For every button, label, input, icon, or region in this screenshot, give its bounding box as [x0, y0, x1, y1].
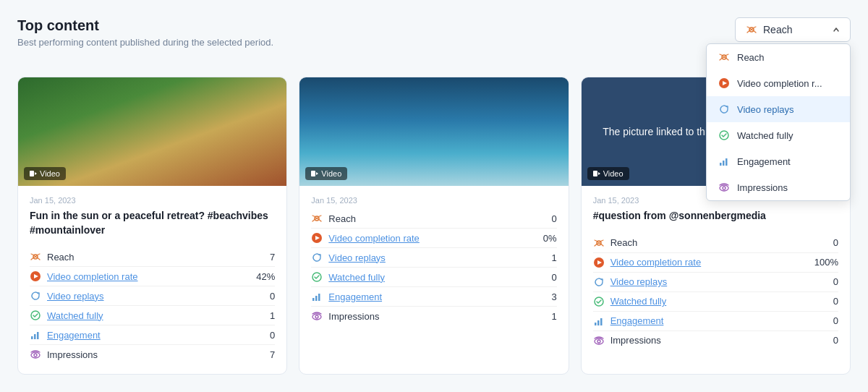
video-badge: Video	[587, 167, 629, 180]
metric-dropdown-button[interactable]: Reach	[735, 17, 851, 42]
svg-rect-29	[318, 294, 320, 301]
metric-dropdown-menu: ReachVideo completion r...Video replaysW…	[706, 43, 851, 201]
metric-label-engagement[interactable]: Engagement	[610, 315, 664, 326]
metric-left: Video replays	[593, 276, 668, 288]
svg-rect-18	[37, 332, 39, 339]
svg-rect-40	[600, 318, 603, 325]
metric-row-engagement: Engagement 3	[311, 287, 556, 307]
metric-value-video_replays: 1	[551, 252, 556, 263]
svg-point-41	[595, 338, 603, 344]
dropdown-item-label: Impressions	[737, 182, 788, 193]
metric-label-video_completion[interactable]: Video completion rate	[328, 233, 420, 244]
dropdown-item-label: Engagement	[737, 156, 791, 167]
metric-label-watched_fully[interactable]: Watched fully	[47, 310, 103, 321]
metric-value-engagement: 3	[551, 291, 556, 302]
svg-rect-27	[312, 298, 315, 301]
metric-value-reach: 7	[270, 252, 275, 263]
dropdown-item-video_completion[interactable]: Video completion r...	[707, 70, 850, 96]
metric-row-video_replays: Video replays 0	[593, 273, 838, 292]
metric-left: Impressions	[311, 310, 379, 322]
metric-value-video_completion: 0%	[543, 233, 557, 244]
metric-value-engagement: 0	[833, 315, 838, 326]
metric-left: Video replays	[30, 290, 104, 302]
svg-rect-16	[31, 336, 33, 339]
svg-rect-5	[720, 163, 722, 166]
metric-label-engagement[interactable]: Engagement	[47, 330, 101, 341]
video-badge: Video	[24, 167, 66, 180]
section-header: Top content Best performing content publ…	[17, 17, 273, 62]
svg-point-20	[34, 354, 37, 357]
metric-value-video_replays: 0	[270, 291, 275, 302]
svg-rect-6	[723, 161, 725, 166]
metric-left: Engagement	[593, 315, 664, 327]
metrics-list: Reach 7 Video completion rate 42% Video …	[30, 247, 275, 364]
dropdown-item-reach[interactable]: Reach	[707, 44, 850, 70]
reach-icon-button	[746, 24, 757, 35]
metric-value-reach: 0	[833, 237, 838, 248]
metric-label-video_completion[interactable]: Video completion rate	[47, 271, 138, 282]
metrics-list: Reach 0 Video completion rate 0% Video r…	[311, 209, 556, 325]
svg-marker-11	[35, 172, 37, 175]
metric-label-video_completion[interactable]: Video completion rate	[610, 257, 702, 268]
metric-label-watched_fully[interactable]: Watched fully	[610, 296, 667, 307]
section-title: Top content	[17, 17, 273, 34]
metric-left: Impressions	[593, 335, 661, 346]
metric-row-impressions: Impressions 0	[593, 331, 838, 350]
metric-row-video_replays: Video replays 1	[311, 248, 556, 268]
metric-label-impressions: Impressions	[328, 311, 379, 322]
metric-label-watched_fully[interactable]: Watched fully	[328, 272, 385, 283]
card-image-wrapper: Video	[18, 77, 286, 186]
dropdown-item-watched_fully[interactable]: Watched fully	[707, 122, 850, 148]
metric-left: Reach	[593, 237, 638, 249]
chevron-up-icon	[833, 26, 840, 33]
card-date: Jan 15, 2023	[30, 196, 275, 205]
metric-row-watched_fully: Watched fully 1	[30, 306, 275, 325]
metric-left: Engagement	[30, 329, 101, 341]
svg-point-8	[720, 185, 728, 191]
svg-marker-33	[598, 172, 600, 175]
card-title: #question from @sonnenbergmedia	[593, 209, 838, 223]
metric-dropdown-container: Reach ReachVideo completion r...Video re…	[735, 17, 851, 42]
metric-value-impressions: 7	[270, 349, 275, 360]
card-image-wrapper: Video	[299, 77, 568, 186]
metric-label-reach: Reach	[328, 213, 356, 224]
metric-row-video_completion: Video completion rate 42%	[30, 267, 275, 286]
svg-point-42	[597, 340, 600, 343]
metric-value-watched_fully: 1	[270, 310, 275, 321]
svg-point-9	[723, 187, 726, 189]
metric-value-reach: 0	[551, 213, 556, 224]
content-card-2: Video Jan 15, 2023 Reach 0 Video complet…	[299, 77, 569, 375]
metric-left: Watched fully	[311, 271, 385, 283]
card-title: Fun in the sun or a peaceful retreat? #b…	[30, 209, 275, 237]
metric-value-watched_fully: 0	[551, 272, 556, 283]
dropdown-item-video_replays[interactable]: Video replays	[707, 96, 850, 122]
metric-label-video_replays[interactable]: Video replays	[328, 252, 386, 263]
metric-value-engagement: 0	[270, 330, 275, 341]
metric-label-engagement[interactable]: Engagement	[328, 291, 382, 302]
section-subtitle: Best performing content published during…	[17, 37, 273, 48]
svg-rect-10	[30, 171, 34, 176]
svg-rect-7	[726, 158, 728, 166]
card-body: Jan 15, 2023 Fun in the sun or a peacefu…	[18, 186, 286, 374]
metric-value-impressions: 1	[551, 311, 556, 322]
metric-left: Video completion rate	[593, 257, 702, 268]
metric-left: Watched fully	[593, 296, 667, 307]
metric-left: Video completion rate	[311, 232, 420, 244]
dropdown-item-label: Watched fully	[737, 130, 793, 141]
card-date: Jan 15, 2023	[311, 196, 556, 205]
metric-label-video_replays[interactable]: Video replays	[47, 291, 104, 302]
card-body: Jan 15, 2023 #question from @sonnenbergm…	[582, 186, 850, 360]
metric-value-video_replays: 0	[833, 276, 838, 287]
metrics-list: Reach 0 Video completion rate 100% Video…	[593, 234, 838, 350]
metric-row-video_completion: Video completion rate 100%	[593, 253, 838, 273]
metric-left: Impressions	[30, 349, 98, 360]
dropdown-item-engagement[interactable]: Engagement	[707, 148, 850, 174]
dropdown-item-impressions[interactable]: Impressions	[707, 174, 850, 200]
metric-label-video_replays[interactable]: Video replays	[610, 276, 668, 287]
svg-rect-32	[593, 171, 597, 176]
metric-row-engagement: Engagement 0	[30, 325, 275, 345]
metric-row-impressions: Impressions 1	[311, 307, 556, 325]
metric-value-impressions: 0	[833, 335, 838, 346]
metric-row-reach: Reach 0	[311, 209, 556, 229]
metric-value-video_completion: 42%	[256, 271, 275, 282]
